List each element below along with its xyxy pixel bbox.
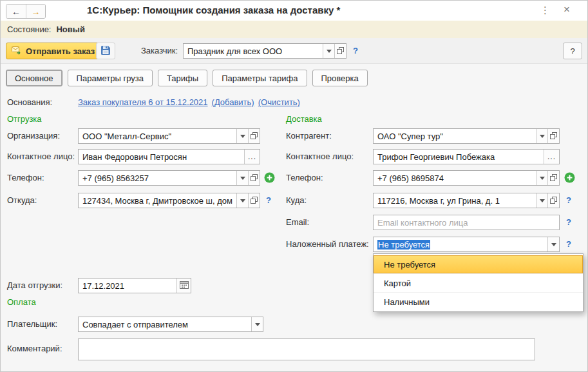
shipment-contact-field[interactable]: Иван Федорович Петросян ... (78, 149, 260, 164)
shipment-phone-value: +7 (965) 8563257 (79, 173, 236, 183)
window-title: 1С:Курьер: Помощник создания заказа на д… (87, 5, 340, 15)
delivery-phone-field[interactable]: +7 (965) 8695874 (373, 170, 560, 186)
forward-button[interactable]: → (26, 5, 45, 18)
to-address-label: Куда: (286, 195, 307, 205)
cod-dropdown-button[interactable] (547, 237, 559, 251)
organization-field[interactable]: ООО "Металл-Сервис" (78, 128, 260, 144)
customer-value: Праздник для всех ООО (184, 46, 323, 56)
customer-dropdown-button[interactable] (323, 44, 334, 58)
delivery-contact-label: Контактное лицо: (286, 152, 354, 161)
shipment-contact-label: Контактное лицо: (7, 152, 75, 161)
app-window: ← → 1С:Курьер: Помощник создания заказа … (0, 0, 588, 372)
save-button[interactable] (96, 43, 115, 59)
cod-option-card[interactable]: Картой (374, 274, 583, 293)
from-address-dropdown-button[interactable] (236, 193, 248, 208)
forward-arrow-icon: → (32, 6, 41, 17)
title-bar: ← → 1С:Курьер: Помощник создания заказа … (1, 1, 587, 21)
back-arrow-icon: ← (12, 6, 21, 17)
tab-bar: Основное Параметры груза Тарифы Параметр… (6, 70, 368, 86)
delivery-phone-value: +7 (965) 8695874 (374, 173, 536, 183)
cod-dropdown-list: Не требуется Картой Наличными (373, 253, 583, 312)
add-delivery-phone-button[interactable] (564, 172, 575, 183)
from-address-open-button[interactable] (248, 193, 260, 208)
counterparty-field[interactable]: ОАО "Супер тур" (373, 128, 560, 144)
basis-add-link[interactable]: (Добавить) (212, 97, 254, 107)
cod-option-cash[interactable]: Наличными (374, 293, 583, 311)
payer-field[interactable]: Совпадает с отправителем (78, 317, 263, 332)
email-help-link[interactable]: ? (566, 217, 571, 227)
shipping-date-label: Дата отгрузки: (7, 280, 62, 290)
more-menu-icon[interactable]: ⋮ (540, 5, 550, 16)
open-icon (550, 196, 557, 206)
cod-field[interactable]: Не требуется (373, 237, 560, 252)
tab-cargo-params[interactable]: Параметры груза (68, 70, 153, 86)
shipment-section-title: Отгрузка (7, 114, 42, 124)
organization-label: Организация: (7, 131, 60, 141)
cod-option-not-required[interactable]: Не требуется (374, 255, 583, 274)
delivery-phone-label: Телефон: (286, 173, 323, 182)
back-button[interactable]: ← (6, 5, 26, 18)
calendar-button[interactable] (176, 279, 191, 293)
open-icon (337, 46, 344, 56)
comment-field[interactable] (78, 338, 535, 360)
open-icon (251, 196, 258, 206)
status-label: Состояние: (7, 24, 51, 34)
tab-check[interactable]: Проверка (312, 70, 368, 86)
send-icon (12, 46, 22, 57)
delivery-contact-choose-button[interactable]: ... (544, 150, 559, 164)
tab-tariff-params[interactable]: Параметры тарифа (213, 70, 307, 86)
from-address-field[interactable]: 127434, Москва г, Дмитровское ш, дом (78, 193, 260, 208)
shipment-phone-label: Телефон: (7, 173, 44, 182)
plus-icon (264, 174, 275, 185)
cod-label: Наложенный платеж: (286, 239, 369, 249)
open-icon (251, 132, 258, 141)
to-address-help-link[interactable]: ? (566, 195, 571, 205)
delivery-phone-open-button[interactable] (547, 171, 559, 185)
from-address-help-link[interactable]: ? (266, 195, 271, 205)
organization-open-button[interactable] (248, 129, 260, 143)
delivery-contact-field[interactable]: Трифон Георгиевич Побежака ... (373, 149, 560, 164)
counterparty-label: Контрагент: (286, 131, 332, 141)
customer-open-button[interactable] (334, 44, 346, 58)
basis-clear-link[interactable]: (Очистить) (258, 97, 300, 107)
shipping-date-field[interactable]: 17.12.2021 (78, 278, 191, 293)
counterparty-dropdown-button[interactable] (536, 129, 547, 143)
send-order-button[interactable]: Отправить заказ (6, 43, 103, 59)
basis-document-link[interactable]: Заказ покупателя 6 от 15.12.2021 (78, 97, 208, 107)
chevron-down-icon (540, 199, 545, 202)
shipment-contact-value: Иван Федорович Петросян (79, 152, 244, 162)
email-field[interactable]: Email контактного лица (373, 215, 560, 230)
shipping-date-value: 17.12.2021 (79, 281, 176, 291)
calendar-icon (180, 280, 189, 291)
email-placeholder: Email контактного лица (374, 218, 559, 228)
customer-field[interactable]: Праздник для всех ООО (183, 43, 346, 59)
shipment-phone-open-button[interactable] (248, 171, 260, 185)
cod-help-link[interactable]: ? (566, 239, 571, 249)
status-value: Новый (56, 24, 84, 34)
shipment-phone-dropdown-button[interactable] (236, 171, 248, 185)
to-address-open-button[interactable] (547, 193, 559, 208)
delivery-phone-dropdown-button[interactable] (536, 171, 547, 185)
from-address-value: 127434, Москва г, Дмитровское ш, дом (79, 196, 236, 206)
payer-value: Совпадает с отправителем (79, 320, 251, 329)
to-address-dropdown-button[interactable] (536, 193, 547, 208)
chevron-down-icon (255, 323, 260, 326)
shipment-phone-field[interactable]: +7 (965) 8563257 (78, 170, 260, 186)
tab-tariffs[interactable]: Тарифы (158, 70, 207, 86)
basis-label: Основания: (7, 97, 52, 107)
payer-dropdown-button[interactable] (251, 317, 263, 331)
customer-help-link[interactable]: ? (353, 46, 358, 55)
organization-value: ООО "Металл-Сервис" (79, 132, 236, 141)
window-help-button[interactable]: ? (563, 43, 582, 59)
comment-label: Комментарий: (7, 344, 62, 353)
counterparty-open-button[interactable] (547, 129, 559, 143)
to-address-field[interactable]: 117216, Москва г, ул Грина, д. 1 (373, 193, 560, 208)
customer-label: Заказчик: (141, 46, 178, 55)
organization-dropdown-button[interactable] (236, 129, 248, 143)
tab-main[interactable]: Основное (6, 70, 62, 86)
add-shipment-phone-button[interactable] (264, 172, 275, 183)
delivery-section-title: Доставка (286, 114, 322, 124)
shipment-contact-choose-button[interactable]: ... (244, 150, 260, 164)
send-order-label: Отправить заказ (26, 46, 95, 56)
close-icon[interactable]: × (564, 3, 570, 16)
